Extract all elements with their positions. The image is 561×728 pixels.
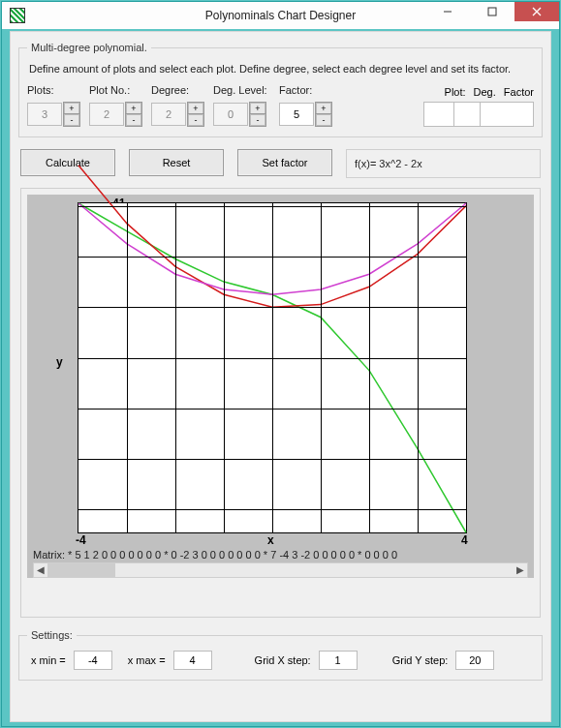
xmin-label: -4	[76, 533, 86, 547]
scroll-thumb[interactable]	[47, 563, 115, 577]
xmin-label-text: x min =	[31, 654, 66, 666]
chart-body: 41 -89 y -4 x 4 Matrix: * 5 1 2 0 0 0 0 …	[27, 195, 534, 578]
xmin-input[interactable]	[74, 651, 112, 670]
plot-col-label: Plot:	[445, 86, 466, 98]
degree-down-button[interactable]: -	[188, 114, 203, 126]
calculate-button[interactable]: Calculate	[20, 149, 115, 176]
deglevel-up-button[interactable]: +	[250, 103, 265, 114]
xmax-input[interactable]	[173, 651, 212, 670]
settings-title: Settings:	[27, 629, 77, 641]
degree-label: Degree:	[151, 84, 213, 96]
polynomial-group: Multi-degree polynomial. Define amount o…	[18, 42, 543, 137]
svg-rect-1	[488, 8, 496, 15]
set-factor-button[interactable]: Set factor	[237, 149, 332, 176]
reset-button[interactable]: Reset	[129, 149, 224, 176]
plotno-label: Plot No.:	[89, 84, 151, 96]
x-axis-label: x	[267, 533, 274, 547]
deglevel-input	[213, 103, 248, 126]
window: Polynominals Chart Designer Multi-degree…	[0, 0, 561, 728]
factor-readout	[481, 102, 534, 127]
gridy-input[interactable]	[455, 651, 494, 670]
matrix-scrollbar[interactable]: ◀ ▶	[33, 562, 528, 578]
plots-down-button[interactable]: -	[64, 114, 79, 126]
scroll-right-icon[interactable]: ▶	[514, 564, 527, 576]
y-axis-label: y	[56, 355, 63, 369]
maximize-button[interactable]	[470, 2, 514, 21]
plotno-up-button[interactable]: +	[126, 103, 141, 114]
titlebar[interactable]: Polynominals Chart Designer	[2, 2, 559, 29]
deglevel-spinner: + -	[213, 103, 279, 126]
matrix-row: Matrix: * 5 1 2 0 0 0 0 0 0 0 * 0 -2 3 0…	[33, 549, 528, 562]
formula-display: f(x)= 3x^2 - 2x	[346, 149, 541, 178]
settings-group: Settings: x min = x max = Grid X step: G…	[18, 629, 543, 681]
plots-up-button[interactable]: +	[64, 103, 79, 114]
chart-frame: 41 -89 y -4 x 4 Matrix: * 5 1 2 0 0 0 0 …	[20, 188, 541, 618]
gridx-label-text: Grid X step:	[255, 654, 311, 666]
deglevel-label: Deg. Level:	[213, 84, 279, 96]
xmax-label-text: x max =	[128, 654, 166, 666]
xmax-label: 4	[461, 533, 468, 547]
close-button[interactable]	[514, 2, 559, 21]
deg-col-label: Deg.	[474, 86, 496, 98]
plots-spinner: + -	[27, 103, 89, 126]
instruction-text: Define amount of plots and select each p…	[29, 63, 534, 75]
gridy-label-text: Grid Y step:	[392, 654, 449, 666]
degree-up-button[interactable]: +	[188, 103, 203, 114]
plotno-input	[89, 103, 124, 126]
client-area: Multi-degree polynomial. Define amount o…	[10, 31, 551, 722]
gridx-input[interactable]	[319, 651, 358, 670]
deglevel-down-button[interactable]: -	[250, 114, 265, 126]
plots-label: Plots:	[27, 84, 89, 96]
minimize-button[interactable]	[425, 2, 470, 21]
plot-readout	[423, 102, 454, 127]
factor-label: Factor:	[279, 84, 341, 96]
factor-spinner: + -	[279, 103, 341, 126]
polynomial-group-title: Multi-degree polynomial.	[27, 42, 151, 53]
factor-up-button[interactable]: +	[316, 103, 331, 114]
factor-down-button[interactable]: -	[316, 114, 331, 126]
deg-readout	[454, 102, 481, 127]
plots-input	[27, 103, 62, 126]
degree-spinner: + -	[151, 103, 213, 126]
scroll-left-icon[interactable]: ◀	[34, 564, 47, 576]
plotno-spinner: + -	[89, 103, 151, 126]
plotno-down-button[interactable]: -	[126, 114, 141, 126]
factor-col-label: Factor	[504, 86, 534, 98]
factor-input[interactable]	[279, 103, 314, 126]
app-icon	[10, 8, 25, 23]
degree-input	[151, 103, 186, 126]
plot-area	[78, 202, 467, 533]
